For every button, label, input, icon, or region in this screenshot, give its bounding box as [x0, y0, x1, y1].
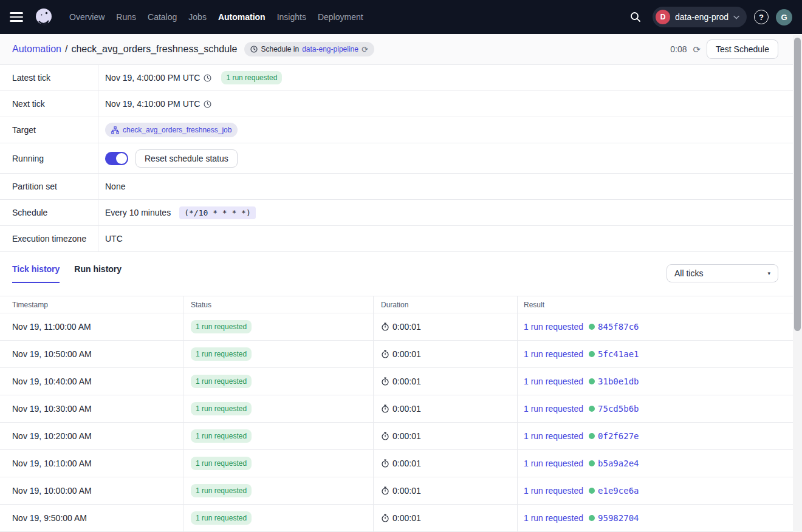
stopwatch-icon [381, 459, 389, 468]
user-avatar[interactable]: G [776, 9, 792, 26]
run-id-link[interactable]: 75cd5b6b [598, 404, 639, 414]
search-icon[interactable] [626, 7, 645, 27]
partition-set-value: None [105, 182, 125, 191]
menu-icon[interactable] [10, 10, 24, 24]
clock-icon [250, 46, 258, 53]
tick-status-pill: 1 run requested [191, 457, 252, 470]
tick-duration: 0:00:01 [392, 431, 421, 441]
tick-timestamp: Nov 19, 10:30:00 AM [0, 395, 183, 422]
col-header-duration: Duration [373, 296, 517, 313]
detail-row-next-tick: Next tick Nov 19, 4:10:00 PM UTC [0, 91, 793, 117]
nav-automation[interactable]: Automation [218, 12, 266, 22]
col-header-status: Status [183, 296, 373, 313]
tick-result-link[interactable]: 1 run requested [524, 513, 583, 523]
vertical-scrollbar[interactable] [793, 35, 802, 532]
run-id-link[interactable]: 0f2f627e [598, 431, 639, 441]
tick-result-link[interactable]: 1 run requested [524, 404, 583, 414]
repo-link[interactable]: data-eng-pipeline [302, 45, 358, 53]
tab-tick-history[interactable]: Tick history [12, 264, 60, 283]
table-row: Nov 19, 10:30:00 AM 1 run requested 0:00… [0, 395, 793, 423]
tab-run-history[interactable]: Run history [74, 264, 122, 283]
table-row: Nov 19, 9:50:00 AM 1 run requested 0:00:… [0, 505, 793, 532]
tick-result-link[interactable]: 1 run requested [524, 377, 583, 386]
col-header-timestamp: Timestamp [0, 296, 183, 313]
detail-label: Running [0, 143, 98, 173]
table-row: Nov 19, 10:20:00 AM 1 run requested 0:00… [0, 423, 793, 450]
detail-label: Schedule [0, 200, 98, 225]
stopwatch-icon [381, 350, 389, 358]
nav-deployment[interactable]: Deployment [318, 12, 363, 22]
scrollbar-thumb[interactable] [794, 38, 801, 331]
detail-label: Partition set [0, 174, 98, 199]
tick-timestamp: Nov 19, 10:10:00 AM [0, 450, 183, 477]
tick-result-link[interactable]: 1 run requested [524, 349, 583, 359]
run-id-link[interactable]: e1e9ce6a [598, 486, 639, 496]
run-id-link[interactable]: 845f87c6 [598, 322, 639, 332]
tick-result-link[interactable]: 1 run requested [524, 431, 583, 441]
nav-items: Overview Runs Catalog Jobs Automation In… [69, 12, 363, 22]
tick-duration: 0:00:01 [392, 377, 421, 386]
run-id-link[interactable]: b5a9a2e4 [598, 459, 639, 468]
target-job-link[interactable]: check_avg_orders_freshness_job [105, 123, 238, 137]
detail-row-latest-tick: Latest tick Nov 19, 4:00:00 PM UTC 1 run… [0, 65, 793, 91]
tick-duration: 0:00:01 [392, 322, 421, 332]
run-status-dot [589, 351, 595, 357]
run-status-dot [589, 324, 595, 330]
tick-status-pill: 1 run requested [191, 511, 252, 525]
refresh-icon[interactable]: ⟳ [693, 45, 701, 54]
help-icon[interactable]: ? [754, 10, 769, 24]
run-id-link[interactable]: 95982704 [598, 513, 639, 523]
deployment-name: data-eng-prod [675, 12, 728, 22]
top-nav: Overview Runs Catalog Jobs Automation In… [0, 0, 802, 34]
table-row: Nov 19, 10:50:00 AM 1 run requested 0:00… [0, 341, 793, 368]
table-row: Nov 19, 10:40:00 AM 1 run requested 0:00… [0, 368, 793, 395]
dagster-logo-icon[interactable] [33, 6, 55, 28]
tick-result-link[interactable]: 1 run requested [524, 459, 583, 468]
nav-catalog[interactable]: Catalog [148, 12, 177, 22]
running-toggle[interactable] [105, 152, 128, 165]
nav-overview[interactable]: Overview [69, 12, 105, 22]
run-status-dot [589, 378, 595, 384]
tick-timestamp: Nov 19, 10:50:00 AM [0, 341, 183, 367]
tick-result-link[interactable]: 1 run requested [524, 322, 583, 332]
tick-duration: 0:00:01 [392, 404, 421, 414]
tick-status-pill: 1 run requested [191, 429, 252, 443]
stopwatch-icon [381, 514, 389, 522]
table-row: Nov 19, 11:00:00 AM 1 run requested 0:00… [0, 313, 793, 341]
run-status-dot [589, 488, 595, 494]
tick-status-pill: 1 run requested [191, 320, 252, 333]
tick-result-link[interactable]: 1 run requested [524, 486, 583, 496]
detail-row-partition-set: Partition set None [0, 174, 793, 200]
tick-status-pill: 1 run requested [191, 347, 252, 361]
cron-expression-chip: (*/10 * * * *) [179, 206, 256, 219]
breadcrumb-automation-link[interactable]: Automation [12, 44, 61, 55]
run-status-dot [589, 460, 595, 466]
run-id-link[interactable]: 5fc41ae1 [598, 349, 639, 359]
schedule-details: Latest tick Nov 19, 4:00:00 PM UTC 1 run… [0, 65, 793, 252]
stopwatch-icon [381, 322, 389, 331]
stopwatch-icon [381, 432, 389, 440]
tick-status-pill: 1 run requested [191, 402, 252, 415]
target-job-name: check_avg_orders_freshness_job [123, 126, 231, 134]
latest-tick-status-pill: 1 run requested [221, 71, 282, 84]
reload-repo-icon[interactable]: ⟳ [362, 46, 368, 53]
reset-schedule-status-button[interactable]: Reset schedule status [135, 149, 238, 168]
deployment-switcher[interactable]: D data-eng-prod [653, 7, 747, 27]
nav-insights[interactable]: Insights [277, 12, 306, 22]
tick-duration: 0:00:01 [392, 486, 421, 496]
nav-jobs[interactable]: Jobs [188, 12, 207, 22]
tick-duration: 0:00:01 [392, 349, 421, 359]
test-schedule-button[interactable]: Test Schedule [707, 39, 778, 59]
next-tick-timestamp: Nov 19, 4:10:00 PM UTC [105, 99, 200, 109]
nav-runs[interactable]: Runs [116, 12, 136, 22]
history-tabs-bar: Tick history Run history All ticks ▾ [0, 252, 793, 296]
stopwatch-icon [381, 377, 389, 386]
tick-filter-select[interactable]: All ticks ▾ [667, 264, 778, 282]
stopwatch-icon [381, 486, 389, 495]
detail-label: Next tick [0, 91, 98, 117]
detail-row-running: Running Reset schedule status [0, 143, 793, 174]
tick-status-pill: 1 run requested [191, 484, 252, 497]
refresh-countdown: 0:08 [670, 44, 687, 54]
run-id-link[interactable]: 31b0e1db [598, 377, 639, 386]
tick-status-pill: 1 run requested [191, 375, 252, 388]
